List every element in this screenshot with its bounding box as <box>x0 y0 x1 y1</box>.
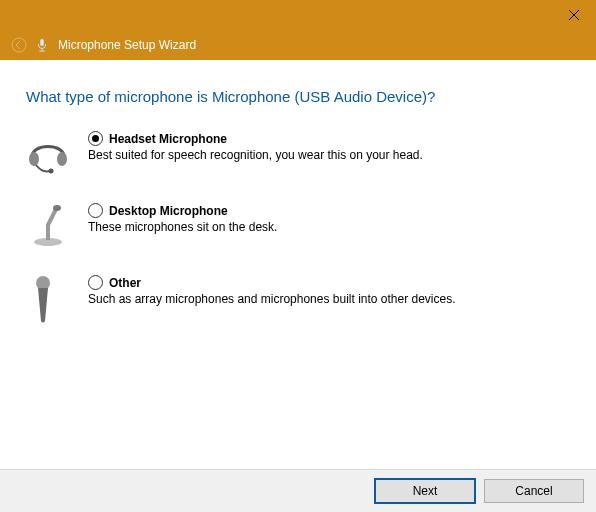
back-arrow-icon <box>11 37 27 53</box>
option-description: Such as array microphones and microphone… <box>88 292 570 306</box>
svg-rect-3 <box>40 39 44 46</box>
window-title: Microphone Setup Wizard <box>58 38 196 52</box>
option-description: These microphones sit on the desk. <box>88 220 570 234</box>
next-button[interactable]: Next <box>374 478 476 504</box>
option-desktop[interactable]: Desktop Microphone These microphones sit… <box>26 203 570 247</box>
svg-point-8 <box>49 169 54 174</box>
desktop-mic-icon <box>26 203 88 247</box>
back-button <box>10 36 28 54</box>
handheld-mic-icon <box>26 275 88 325</box>
option-label: Other <box>109 276 141 290</box>
svg-point-6 <box>29 152 39 166</box>
svg-rect-10 <box>46 225 50 240</box>
wizard-window: Microphone Setup Wizard What type of mic… <box>0 0 596 512</box>
svg-point-2 <box>12 38 26 52</box>
microphone-icon <box>34 37 50 53</box>
svg-point-7 <box>57 152 67 166</box>
radio-headset[interactable] <box>88 131 103 146</box>
option-label: Desktop Microphone <box>109 204 228 218</box>
close-button[interactable] <box>551 0 596 30</box>
svg-point-12 <box>36 276 50 290</box>
page-heading: What type of microphone is Microphone (U… <box>26 88 570 105</box>
radio-desktop[interactable] <box>88 203 103 218</box>
option-other[interactable]: Other Such as array microphones and micr… <box>26 275 570 325</box>
option-label: Headset Microphone <box>109 132 227 146</box>
close-icon <box>569 10 579 20</box>
cancel-button[interactable]: Cancel <box>484 479 584 503</box>
headset-icon <box>26 131 88 175</box>
content-area: What type of microphone is Microphone (U… <box>0 60 596 325</box>
option-description: Best suited for speech recognition, you … <box>88 148 570 162</box>
footer-bar: Next Cancel <box>0 469 596 512</box>
svg-point-11 <box>53 205 61 211</box>
titlebar <box>0 0 596 30</box>
radio-other[interactable] <box>88 275 103 290</box>
header-bar: Microphone Setup Wizard <box>0 30 596 60</box>
option-headset[interactable]: Headset Microphone Best suited for speec… <box>26 131 570 175</box>
